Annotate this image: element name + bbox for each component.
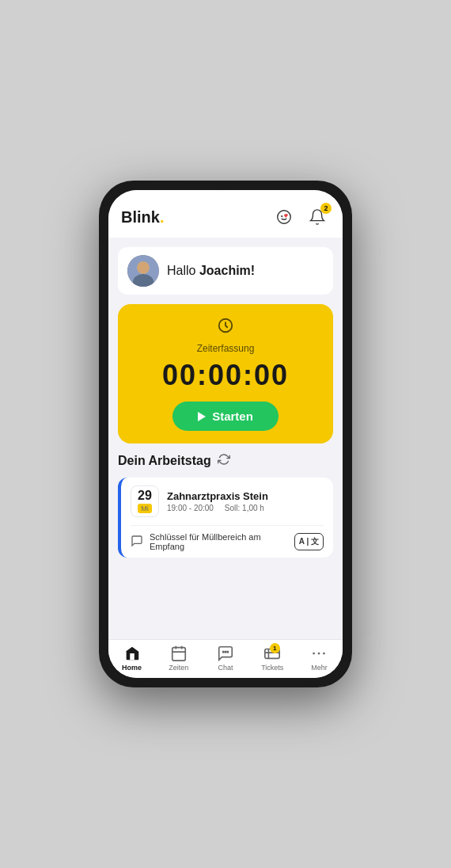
- avatar-image: [127, 255, 159, 287]
- date-badge: 29 Mi: [131, 485, 159, 517]
- smiley-heart-icon: [275, 208, 293, 226]
- svg-point-0: [278, 211, 291, 224]
- svg-point-17: [313, 653, 316, 655]
- bell-button[interactable]: 2: [305, 204, 330, 230]
- shift-info: Zahnarztpraxis Stein 19:00 - 20:00 Soll:…: [167, 490, 324, 512]
- nav-zeiten-label: Zeiten: [169, 664, 188, 672]
- svg-point-18: [318, 653, 320, 655]
- greeting-text: Hallo Joachim!: [167, 264, 255, 278]
- avatar: [127, 255, 159, 287]
- notch: [214, 181, 237, 187]
- nav-chat[interactable]: Chat: [202, 645, 248, 672]
- nav-chat-label: Chat: [218, 664, 233, 672]
- message-icon: [131, 535, 143, 550]
- svg-point-11: [223, 651, 224, 652]
- shift-details: 19:00 - 20:00 Soll: 1,00 h: [167, 504, 324, 512]
- timer-card: Zeiterfassung 00:00:00 Starten: [118, 304, 333, 444]
- translate-button[interactable]: A | 文: [294, 533, 324, 550]
- nav-tickets[interactable]: 1 Tickets: [249, 645, 296, 672]
- svg-point-12: [225, 651, 226, 652]
- svg-point-13: [227, 651, 228, 652]
- workday-header: Dein Arbeitstag: [118, 453, 333, 468]
- note-row: Schlüssel für Müllbereich am Empfang A |…: [121, 526, 333, 558]
- nav-zeiten[interactable]: Zeiten: [155, 645, 202, 672]
- svg-point-5: [138, 262, 149, 273]
- chat-icon: [217, 645, 234, 662]
- phone-frame: Blink.: [99, 181, 352, 687]
- shift-card: 29 Mi Zahnarztpraxis Stein 19:00 - 20:00…: [118, 478, 333, 558]
- smiley-heart-button[interactable]: [271, 204, 297, 230]
- nav-home-label: Home: [122, 664, 142, 672]
- calendar-icon: [170, 645, 188, 662]
- home-icon: [123, 645, 141, 662]
- svg-rect-7: [172, 648, 186, 661]
- phone-screen: Blink.: [108, 190, 343, 678]
- nav-mehr-label: Mehr: [311, 664, 328, 672]
- refresh-icon[interactable]: [218, 453, 230, 468]
- play-icon: [198, 412, 206, 421]
- header-actions: 2: [271, 204, 330, 230]
- note-text: Schlüssel für Müllbereich am Empfang: [150, 532, 288, 551]
- screen-content: Blink.: [108, 190, 343, 678]
- shift-main: 29 Mi Zahnarztpraxis Stein 19:00 - 20:00…: [121, 478, 333, 525]
- nav-home[interactable]: Home: [108, 645, 155, 672]
- shift-day: 29: [138, 489, 152, 502]
- timer-label: Zeiterfassung: [197, 343, 255, 354]
- nav-tickets-label: Tickets: [261, 664, 283, 672]
- clock-icon: [217, 317, 234, 338]
- app-header: Blink.: [108, 190, 343, 238]
- shift-weekday: Mi: [138, 504, 152, 513]
- shift-name: Zahnarztpraxis Stein: [167, 490, 324, 502]
- greeting-name: Joachim!: [199, 264, 255, 277]
- main-content: Hallo Joachim! Zeiterfassung 00:00:00: [108, 238, 343, 639]
- greeting-card: Hallo Joachim!: [118, 247, 333, 295]
- timer-display: 00:00:00: [162, 359, 289, 392]
- svg-point-19: [323, 653, 325, 655]
- start-button[interactable]: Starten: [172, 402, 279, 431]
- tickets-badge: 1: [270, 643, 280, 653]
- svg-point-1: [282, 216, 282, 217]
- notification-badge: 2: [320, 203, 332, 214]
- more-icon: [310, 645, 328, 662]
- nav-mehr[interactable]: Mehr: [296, 645, 343, 672]
- workday-title: Dein Arbeitstag: [118, 454, 211, 468]
- bottom-nav: Home Zeiten: [108, 639, 343, 678]
- app-logo: Blink.: [121, 208, 164, 227]
